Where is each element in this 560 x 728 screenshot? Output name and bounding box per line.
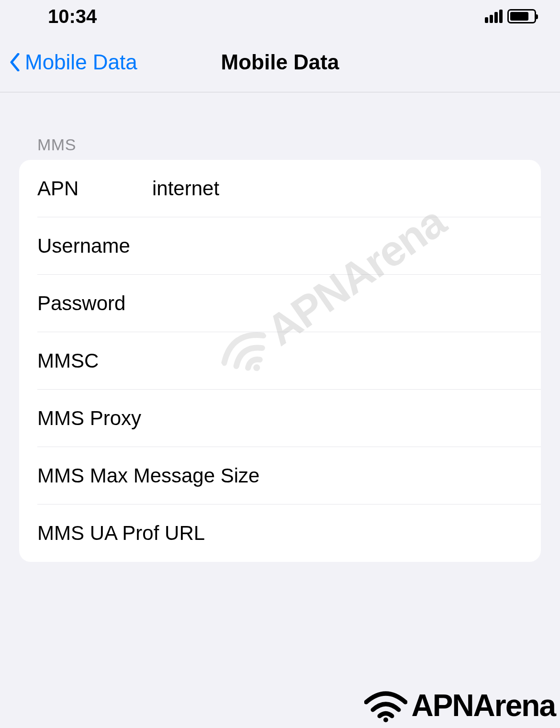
watermark-text: APNArena (411, 688, 555, 723)
row-mmsc[interactable]: MMSC (19, 332, 541, 390)
wifi-icon (364, 689, 407, 722)
svg-point-1 (383, 717, 388, 722)
row-label: Username (37, 235, 152, 258)
status-time: 10:34 (48, 6, 97, 27)
section-header-mms: MMS (0, 92, 560, 160)
back-button[interactable]: Mobile Data (0, 50, 137, 74)
row-mms-ua-prof-url[interactable]: MMS UA Prof URL (19, 504, 541, 562)
settings-group-mms: APN internet Username Password MMSC MMS … (19, 160, 541, 562)
row-mms-proxy[interactable]: MMS Proxy (19, 390, 541, 447)
row-password[interactable]: Password (19, 275, 541, 332)
nav-bar: Mobile Data Mobile Data (0, 33, 560, 92)
back-label: Mobile Data (25, 50, 137, 74)
watermark-bottom: APNArena (364, 688, 555, 723)
battery-icon (507, 9, 536, 23)
signal-icon (485, 10, 503, 23)
status-icons (485, 9, 536, 23)
row-username[interactable]: Username (19, 217, 541, 275)
row-label: MMS UA Prof URL (37, 522, 205, 545)
row-apn[interactable]: APN internet (19, 160, 541, 217)
apn-field[interactable]: internet (152, 177, 523, 200)
row-label: MMS Proxy (37, 407, 152, 430)
status-bar: 10:34 (0, 0, 560, 33)
row-label: MMS Max Message Size (37, 464, 259, 487)
row-mms-max-size[interactable]: MMS Max Message Size (19, 447, 541, 504)
page-title: Mobile Data (221, 50, 339, 74)
chevron-left-icon (10, 53, 20, 71)
row-label: APN (37, 177, 152, 200)
row-label: Password (37, 292, 152, 315)
row-label: MMSC (37, 349, 152, 372)
